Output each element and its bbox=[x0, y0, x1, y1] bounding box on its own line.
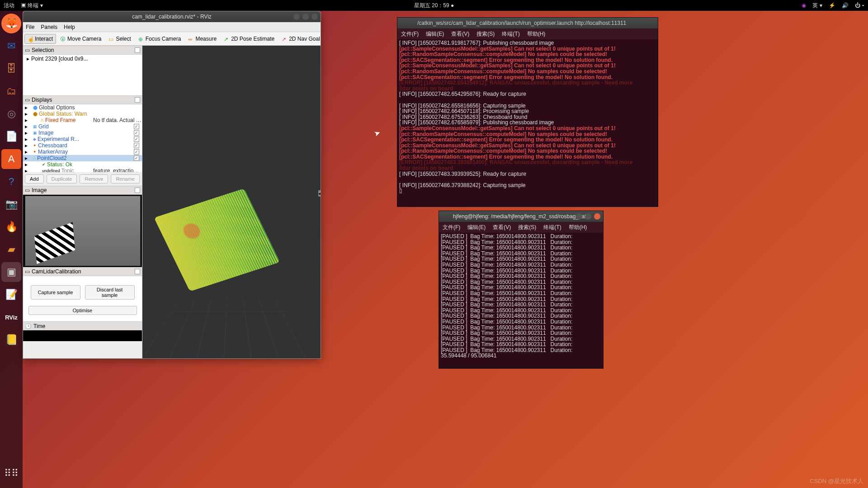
display-item[interactable]: ▸⬤Global Options bbox=[23, 104, 142, 111]
tool-focus-camera[interactable]: ⊕Focus Camera bbox=[135, 34, 184, 44]
dock-flame-icon[interactable]: 🔥 bbox=[1, 217, 21, 237]
menu-search[interactable]: 搜索(S) bbox=[518, 225, 536, 230]
terminal-titlebar[interactable]: hjfeng@hjfeng: /media/hjfeng/feng_m2_ssd… bbox=[439, 211, 603, 222]
menu-help[interactable]: 帮助(H) bbox=[527, 31, 546, 37]
panel-float-icon[interactable] bbox=[135, 97, 140, 103]
display-item[interactable]: ▸▣Image✓ bbox=[23, 130, 142, 136]
capture-sample-button[interactable]: Capture sample bbox=[31, 285, 80, 300]
menu-terminal[interactable]: 终端(T) bbox=[543, 225, 561, 230]
tool-measure[interactable]: ═Measure bbox=[185, 34, 220, 44]
maximize-icon[interactable] bbox=[302, 14, 309, 20]
menu-help[interactable]: Help bbox=[64, 24, 75, 30]
selection-panel-header[interactable]: ▭Selection bbox=[23, 46, 142, 55]
dock-firefox-icon[interactable]: 🦊 bbox=[1, 14, 21, 33]
firefox-tray-icon[interactable]: ◉ bbox=[802, 2, 806, 9]
dock-sublime-icon[interactable]: ▰ bbox=[1, 239, 21, 259]
panel-float-icon[interactable] bbox=[135, 269, 140, 274]
menu-view[interactable]: 查看(V) bbox=[451, 31, 469, 37]
menu-file[interactable]: File bbox=[26, 24, 34, 30]
display-item[interactable]: ▸⚠Fixed FrameNo tf data. Actual erro... bbox=[23, 117, 142, 123]
display-item[interactable]: ▸✦Chessboard✓ bbox=[23, 142, 142, 149]
terminal-titlebar[interactable]: /catkin_ws/src/cam_lidar_calibration/lau… bbox=[397, 18, 658, 28]
dock-rviz-icon[interactable]: RViz bbox=[1, 307, 21, 327]
time-panel-header[interactable]: 🕒Time bbox=[23, 321, 142, 330]
dock-terminal-icon[interactable]: ▣ bbox=[1, 262, 21, 282]
close-icon[interactable] bbox=[594, 213, 600, 220]
rviz-titlebar[interactable]: cam_lidar_calibration.rviz* - RViz bbox=[23, 11, 321, 22]
dock-screenshot-icon[interactable]: 📷 bbox=[1, 194, 21, 214]
dock-nautilus-icon[interactable]: 🗂 bbox=[1, 81, 21, 101]
display-item[interactable]: ▸◆Experimental R...✓ bbox=[23, 136, 142, 142]
rviz-left-panels: ▭Selection ▸Point 2329 [cloud 0x9... ▭Di… bbox=[23, 46, 142, 358]
camera-image bbox=[25, 196, 141, 266]
panel-icon: ▭ bbox=[25, 97, 30, 103]
maximize-icon[interactable] bbox=[585, 213, 591, 220]
display-item[interactable]: ▸✦MarkerArray✓ bbox=[23, 149, 142, 155]
duplicate-button[interactable]: Duplicate bbox=[47, 174, 77, 183]
menu-panels[interactable]: Panels bbox=[41, 24, 57, 30]
dock-software-icon[interactable]: A bbox=[1, 149, 21, 169]
close-icon[interactable] bbox=[311, 14, 318, 20]
dock-files-icon[interactable]: 🗄 bbox=[1, 59, 21, 79]
display-item[interactable]: ▸∴PointCloud2✓ bbox=[23, 155, 142, 161]
tool-2d-nav[interactable]: ↗2D Nav Goal bbox=[278, 34, 321, 44]
display-item[interactable]: ▸▦Grid✓ bbox=[23, 123, 142, 130]
terminal-title: /catkin_ws/src/cam_lidar_calibration/lau… bbox=[417, 20, 626, 26]
display-item[interactable]: ▸✔Status: Ok bbox=[23, 161, 142, 168]
menu-edit[interactable]: 编辑(E) bbox=[467, 225, 486, 230]
power-icon[interactable]: ⏻ ▾ bbox=[855, 2, 864, 9]
tool-select[interactable]: ▭Select bbox=[105, 34, 134, 44]
dock-gedit-icon[interactable]: 📒 bbox=[1, 330, 21, 350]
menu-help[interactable]: 帮助(H) bbox=[569, 225, 587, 230]
displays-panel-header[interactable]: ▭Displays bbox=[23, 95, 142, 104]
rviz-menubar: File Panels Help bbox=[23, 22, 321, 32]
displays-tree[interactable]: ▸⬤Global Options▸⬤Global Status: Warn▸⚠F… bbox=[23, 104, 142, 172]
tool-2d-pose[interactable]: ↗2D Pose Estimate bbox=[221, 34, 278, 44]
terminal-ros-window: /catkin_ws/src/cam_lidar_calibration/lau… bbox=[397, 17, 658, 207]
input-method[interactable]: 英 ▾ bbox=[812, 2, 822, 9]
launcher-dock: 🦊 ✉ 🗄 🗂 ◎ 📄 A ? 📷 🔥 ▰ ▣ 📝 RViz 📒 ⠿⠿ bbox=[0, 11, 23, 488]
menu-file[interactable]: 文件(F) bbox=[443, 225, 460, 230]
interact-icon: ☝ bbox=[28, 36, 33, 42]
optimise-button[interactable]: Optimise bbox=[28, 306, 137, 315]
menu-file[interactable]: 文件(F) bbox=[401, 31, 419, 37]
minimize-icon[interactable] bbox=[293, 14, 300, 20]
dock-writer-icon[interactable]: 📄 bbox=[1, 127, 21, 146]
dock-apps-grid-icon[interactable]: ⠿⠿ bbox=[1, 464, 21, 483]
menu-search[interactable]: 搜索(S) bbox=[476, 31, 495, 37]
terminal-output[interactable]: [PAUSED ] Bag Time: 1650014800.902311 Du… bbox=[439, 233, 603, 360]
rviz-3d-view[interactable]: ◂ bbox=[142, 46, 321, 358]
network-icon[interactable]: ⚡ bbox=[829, 2, 835, 9]
rename-button[interactable]: Rename bbox=[111, 174, 140, 183]
terminal-rosbag-window: hjfeng@hjfeng: /media/hjfeng/feng_m2_ssd… bbox=[439, 211, 604, 369]
remove-button[interactable]: Remove bbox=[80, 174, 108, 183]
dock-help-icon[interactable]: ? bbox=[1, 172, 21, 192]
discard-sample-button[interactable]: Discard last sample bbox=[85, 285, 135, 300]
add-button[interactable]: Add bbox=[25, 174, 44, 183]
tool-interact[interactable]: ☝Interact bbox=[24, 34, 56, 44]
panel-icon: ▭ bbox=[25, 187, 30, 193]
app-menu[interactable]: ▣ 终端 ▾ bbox=[21, 2, 43, 9]
pointcloud-render bbox=[154, 188, 280, 291]
volume-icon[interactable]: 🔊 bbox=[842, 2, 849, 9]
tool-move-camera[interactable]: ⦿Move Camera bbox=[57, 34, 104, 44]
activities-button[interactable]: 活动 bbox=[4, 2, 14, 9]
panel-float-icon[interactable] bbox=[135, 47, 140, 53]
display-item[interactable]: ▸undefinedTopicfeature_extraction/... bbox=[23, 168, 142, 172]
menu-edit[interactable]: 编辑(E) bbox=[426, 31, 444, 37]
panel-float-icon[interactable] bbox=[135, 188, 140, 193]
menu-view[interactable]: 查看(V) bbox=[493, 225, 511, 230]
time-panel bbox=[23, 330, 142, 341]
terminal-output[interactable]: [ INFO] [1650027481.919817767]: Publishi… bbox=[397, 39, 658, 195]
display-item[interactable]: ▸⬤Global Status: Warn bbox=[23, 111, 142, 117]
dock-thunderbird-icon[interactable]: ✉ bbox=[1, 36, 21, 56]
selection-item[interactable]: ▸Point 2329 [cloud 0x9... bbox=[25, 56, 140, 62]
menu-terminal[interactable]: 终端(T) bbox=[502, 31, 519, 37]
dock-disks-icon[interactable]: ◎ bbox=[1, 104, 21, 124]
clock[interactable]: 星期五 20：59 ● bbox=[414, 2, 454, 9]
dock-notes-icon[interactable]: 📝 bbox=[1, 285, 21, 305]
calibration-panel-header[interactable]: ▭CamLidarCalibration bbox=[23, 267, 142, 276]
collapse-handle-icon[interactable]: ◂ bbox=[318, 190, 321, 197]
minimize-icon[interactable] bbox=[576, 213, 582, 220]
image-panel-header[interactable]: ▭Image bbox=[23, 186, 142, 195]
